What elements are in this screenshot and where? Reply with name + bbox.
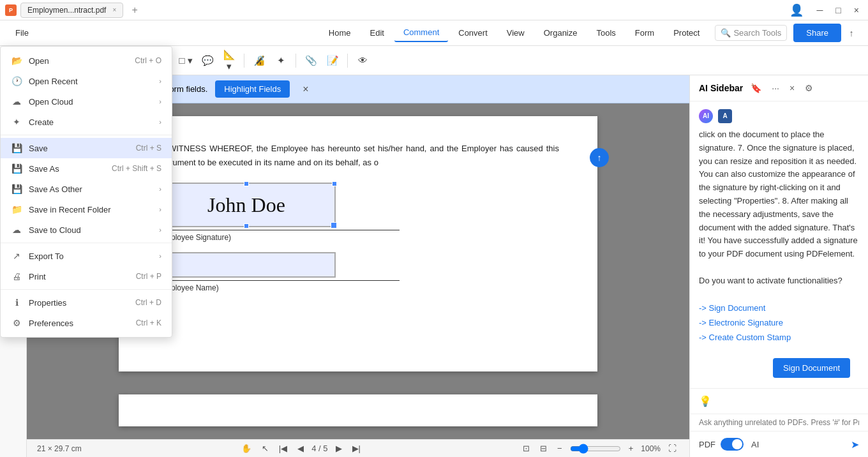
page-nav: ✋ ↖ |◀ ◀ 4 / 5 ▶ ▶| xyxy=(87,442,515,454)
menu-home[interactable]: Home xyxy=(320,24,360,41)
minimize-btn[interactable]: ─ xyxy=(812,5,827,15)
menu-form[interactable]: Form xyxy=(626,24,663,41)
fullscreen-btn[interactable]: ⛶ xyxy=(666,442,679,454)
ai-label: AI xyxy=(751,440,759,449)
new-tab-btn[interactable]: + xyxy=(127,3,142,18)
fm-save-label: Save xyxy=(29,144,130,153)
comment-btn[interactable]: 💬 xyxy=(198,51,217,70)
edit-note-btn[interactable]: 📝 xyxy=(323,51,342,70)
zoom-level: 100% xyxy=(641,444,661,453)
menu-view[interactable]: View xyxy=(498,24,534,41)
pdf-ai-toggle[interactable] xyxy=(721,438,744,451)
menu-comment[interactable]: Comment xyxy=(394,24,448,42)
open-cloud-icon: ☁ xyxy=(11,96,22,107)
hand-tool-btn[interactable]: ✋ xyxy=(239,442,254,454)
ai-sidebar-footer: PDF AI ➤ xyxy=(690,431,868,457)
file-menu[interactable]: File xyxy=(8,24,36,41)
share-button[interactable]: Share xyxy=(793,24,841,42)
pdf-label: PDF xyxy=(699,440,715,449)
fm-open[interactable]: 📂 Open Ctrl + O xyxy=(1,50,172,71)
fm-open-cloud-label: Open Cloud xyxy=(29,97,153,107)
measure-btn[interactable]: 📐 ▾ xyxy=(220,51,239,70)
zoom-controls: ⊡ ⊟ − + 100% ⛶ xyxy=(520,442,679,454)
menu-edit[interactable]: Edit xyxy=(361,24,393,41)
fm-print[interactable]: 🖨 Print Ctrl + P xyxy=(1,266,172,287)
document-page-4: IN WITNESS WHEREOF, the Employee has her… xyxy=(119,116,597,371)
fm-save-as[interactable]: 💾 Save As Ctrl + Shift + S xyxy=(1,158,172,179)
sidebar-bookmark-icon[interactable]: 🔖 xyxy=(748,82,764,94)
page-dimensions: 21 × 29.7 cm xyxy=(37,444,82,453)
fit-width-btn[interactable]: ⊟ xyxy=(537,442,550,454)
lightbulb-icon: 💡 xyxy=(699,395,712,407)
sidebar-settings-icon[interactable]: ⚙ xyxy=(802,82,816,94)
first-page-btn[interactable]: |◀ xyxy=(276,442,290,454)
fm-properties[interactable]: ℹ Properties Ctrl + D xyxy=(1,292,172,313)
next-page-btn[interactable]: ▶ xyxy=(333,442,345,454)
upload-doc-btn[interactable]: ↑ xyxy=(590,148,609,167)
fm-save-other[interactable]: 💾 Save As Other › xyxy=(1,179,172,199)
paperclip-btn[interactable]: 📎 xyxy=(301,51,320,70)
shape-btn[interactable]: □ ▾ xyxy=(176,51,195,70)
menu-tools[interactable]: Tools xyxy=(587,24,624,41)
fm-create[interactable]: ✦ Create › xyxy=(1,112,172,132)
ai-content-text: click on the document to place the signa… xyxy=(699,128,859,261)
last-page-btn[interactable]: ▶| xyxy=(350,442,363,454)
fm-properties-shortcut: Ctrl + D xyxy=(135,298,161,307)
toolbar-sep-5 xyxy=(347,54,348,68)
cursor-tool-btn[interactable]: ↖ xyxy=(259,442,271,454)
ai-input-bar xyxy=(690,414,868,431)
signature-box[interactable]: John Doe xyxy=(157,183,336,227)
export-icon: ↗ xyxy=(11,250,22,262)
menu-bar: File Home Edit Comment Convert View Orga… xyxy=(0,20,868,46)
fm-export[interactable]: ↗ Export To › xyxy=(1,246,172,266)
zoom-in-btn[interactable]: + xyxy=(626,442,636,454)
sign-document-btn[interactable]: Sign Document xyxy=(773,358,850,378)
search-icon: 🔍 xyxy=(721,28,731,38)
fm-save-recent[interactable]: 📁 Save in Recent Folder › xyxy=(1,199,172,220)
show-hide-btn[interactable]: 👁 xyxy=(353,51,372,70)
status-bar: 21 × 29.7 cm ✋ ↖ |◀ ◀ 4 / 5 ▶ ▶| ⊡ ⊟ − +… xyxy=(27,439,689,457)
tab-close-btn[interactable]: × xyxy=(112,6,116,13)
fm-open-cloud[interactable]: ☁ Open Cloud › xyxy=(1,91,172,112)
custom-stamp-link[interactable]: -> Create Custom Stamp xyxy=(699,331,859,345)
menu-protect[interactable]: Protect xyxy=(664,24,708,41)
ai-input-field[interactable] xyxy=(699,418,859,427)
highlight-fields-btn[interactable]: Highlight Fields xyxy=(215,80,290,98)
sign-doc-link[interactable]: -> Sign Document xyxy=(699,302,859,315)
name-field-box[interactable] xyxy=(157,252,336,278)
active-tab[interactable]: Employmen...ntract.pdf × xyxy=(20,3,123,18)
stamp2-btn[interactable]: 🔏 xyxy=(250,51,269,70)
profile-icon[interactable]: 👤 xyxy=(786,3,807,17)
menu-organize[interactable]: Organize xyxy=(535,24,587,41)
ai-sidebar-content: AI A click on the document to place the … xyxy=(690,101,868,348)
highlight-btn[interactable]: ✦ xyxy=(271,51,290,70)
fm-divider-1 xyxy=(1,135,172,135)
fm-save[interactable]: 💾 Save Ctrl + S xyxy=(1,138,172,158)
save-cloud-arrow: › xyxy=(159,226,161,234)
fm-save-as-shortcut: Ctrl + Shift + S xyxy=(112,164,161,173)
restore-btn[interactable]: □ xyxy=(832,5,844,15)
fm-open-shortcut: Ctrl + O xyxy=(135,56,161,65)
open-recent-arrow: › xyxy=(159,77,161,85)
send-btn[interactable]: ➤ xyxy=(851,438,859,451)
document-page-5 xyxy=(119,394,597,426)
title-bar-controls: 👤 ─ □ × xyxy=(786,3,863,17)
sidebar-more-icon[interactable]: ··· xyxy=(769,82,782,94)
sidebar-close-btn[interactable]: × xyxy=(787,82,797,94)
menu-convert[interactable]: Convert xyxy=(449,24,497,41)
print-icon: 🖨 xyxy=(11,271,22,282)
fm-open-recent[interactable]: 🕐 Open Recent › xyxy=(1,71,172,91)
zoom-out-btn[interactable]: − xyxy=(555,442,565,454)
upload-icon[interactable]: ↑ xyxy=(842,24,860,42)
fit-page-btn[interactable]: ⊡ xyxy=(520,442,532,454)
fm-preferences[interactable]: ⚙ Preferences Ctrl + K xyxy=(1,313,172,333)
toolbar-sep-3 xyxy=(244,54,244,68)
save-recent-arrow: › xyxy=(159,206,161,213)
e-sig-link[interactable]: -> Electronic Signature xyxy=(699,317,859,330)
form-bar-close-btn[interactable]: × xyxy=(303,84,308,95)
fm-export-label: Export To xyxy=(29,251,153,261)
fm-save-cloud[interactable]: ☁ Save to Cloud › xyxy=(1,220,172,240)
zoom-slider[interactable] xyxy=(570,444,621,454)
prev-page-btn[interactable]: ◀ xyxy=(295,442,306,454)
close-btn[interactable]: × xyxy=(850,5,863,15)
